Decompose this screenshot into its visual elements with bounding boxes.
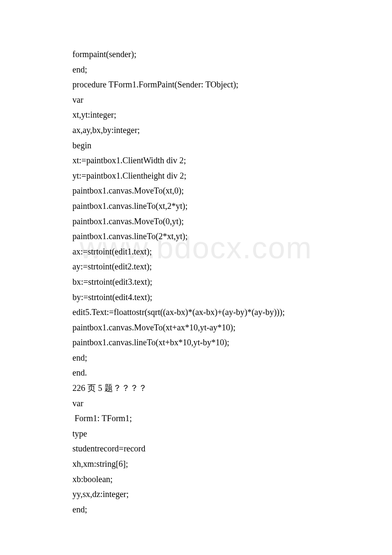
code-line: paintbox1.canvas.lineTo(xt+bx*10,yt-by*1…	[72, 335, 320, 350]
code-line: paintbox1.canvas.MoveTo(xt,0);	[72, 183, 320, 199]
code-line: paintbox1.canvas.MoveTo(xt+ax*10,yt-ay*1…	[72, 320, 320, 335]
code-line: var	[72, 396, 320, 411]
code-line: ax:=strtoint(edit1.text);	[72, 244, 320, 260]
code-line: xt,yt:integer;	[72, 107, 320, 123]
code-line: xb:boolean;	[72, 472, 320, 487]
code-line: xh,xm:string[6];	[72, 457, 320, 472]
code-line: yy,sx,dz:integer;	[72, 487, 320, 502]
code-line: end;	[72, 350, 320, 366]
code-line: end.	[72, 365, 320, 381]
code-line: ay:=strtoint(edit2.text);	[72, 259, 320, 275]
code-line: Form1: TForm1;	[72, 411, 320, 426]
code-line: studentrecord=record	[72, 441, 320, 457]
code-line: yt:=paintbox1.Clientheight div 2;	[72, 168, 320, 184]
code-line: end;	[72, 62, 320, 78]
code-line: paintbox1.canvas.lineTo(xt,2*yt);	[72, 199, 320, 214]
code-line: 226 页 5 题？？？？	[72, 381, 320, 396]
code-line: begin	[72, 138, 320, 153]
document-page: formpaint(sender); end; procedure TForm1…	[0, 0, 392, 551]
code-line: paintbox1.canvas.lineTo(2*xt,yt);	[72, 229, 320, 244]
code-line: procedure TForm1.FormPaint(Sender: TObje…	[72, 77, 320, 92]
code-line: by:=strtoint(edit4.text);	[72, 290, 320, 305]
code-line: type	[72, 426, 320, 442]
code-line: edit5.Text:=floattostr(sqrt((ax-bx)*(ax-…	[72, 305, 320, 320]
code-line: xt:=paintbox1.ClientWidth div 2;	[72, 153, 320, 168]
code-line: paintbox1.canvas.MoveTo(0,yt);	[72, 214, 320, 229]
code-line: bx:=strtoint(edit3.text);	[72, 275, 320, 290]
code-line: ax,ay,bx,by:integer;	[72, 123, 320, 138]
code-line: var	[72, 92, 320, 108]
code-line: formpaint(sender);	[72, 47, 320, 62]
code-line: end;	[72, 502, 320, 517]
